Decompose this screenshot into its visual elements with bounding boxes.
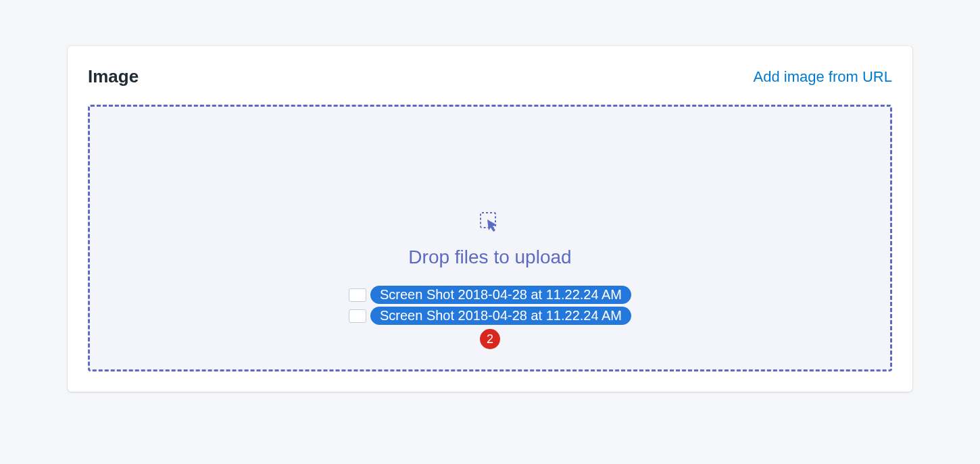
add-image-from-url-link[interactable]: Add image from URL bbox=[754, 68, 892, 86]
card-title: Image bbox=[88, 66, 139, 87]
image-upload-card: Image Add image from URL Drop files to u… bbox=[68, 46, 912, 392]
drag-ghost-file: Screen Shot 2018-04-28 at 11.22.24 AM bbox=[349, 286, 631, 304]
file-thumbnail-icon bbox=[349, 309, 366, 323]
dropzone-prompt: Drop files to upload bbox=[408, 247, 571, 268]
file-dropzone[interactable]: Drop files to upload Screen Shot 2018-04… bbox=[88, 105, 892, 371]
drag-ghost-filename: Screen Shot 2018-04-28 at 11.22.24 AM bbox=[370, 286, 631, 304]
drag-ghost-filename: Screen Shot 2018-04-28 at 11.22.24 AM bbox=[370, 307, 631, 325]
drag-drop-icon bbox=[476, 209, 504, 236]
drag-ghost-file: Screen Shot 2018-04-28 at 11.22.24 AM bbox=[349, 307, 631, 325]
drag-ghost-preview: Screen Shot 2018-04-28 at 11.22.24 AM Sc… bbox=[349, 286, 631, 349]
card-header: Image Add image from URL bbox=[88, 66, 892, 87]
file-thumbnail-icon bbox=[349, 288, 366, 302]
file-count-badge: 2 bbox=[480, 329, 500, 349]
